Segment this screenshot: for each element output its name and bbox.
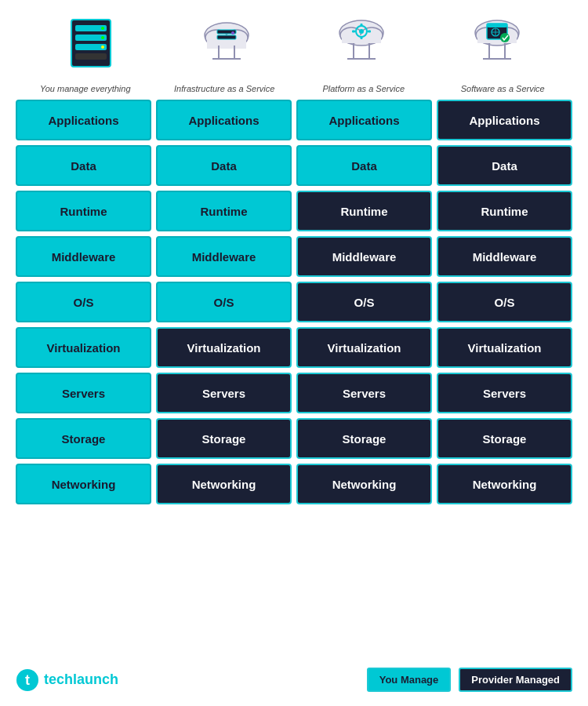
cell-r0-c0: Applications xyxy=(16,100,151,140)
cell-r8-c3: Networking xyxy=(437,464,572,504)
footer-logo: t techlaunch xyxy=(16,668,359,692)
grid-row: DataDataDataData xyxy=(16,145,572,186)
paas-icon xyxy=(330,16,393,71)
paas-icon-item xyxy=(302,16,421,71)
grid-row: MiddlewareMiddlewareMiddlewareMiddleware xyxy=(16,236,572,277)
cell-r1-c2: Data xyxy=(296,145,432,186)
icons-row xyxy=(8,8,580,78)
cell-r3-c3: Middleware xyxy=(437,236,572,277)
cell-r4-c2: O/S xyxy=(296,282,432,322)
svg-point-5 xyxy=(101,27,104,30)
saas-icon xyxy=(466,16,528,71)
cell-r4-c0: O/S xyxy=(16,282,151,322)
cell-r7-c3: Storage xyxy=(437,418,572,459)
grid-table: ApplicationsApplicationsApplicationsAppl… xyxy=(8,100,580,661)
svg-rect-24 xyxy=(361,24,363,27)
cell-r1-c0: Data xyxy=(16,145,151,186)
svg-text:t: t xyxy=(25,672,30,688)
grid-row: O/SO/SO/SO/S xyxy=(16,282,572,322)
cell-r5-c3: Virtualization xyxy=(437,327,572,368)
cell-r5-c1: Virtualization xyxy=(156,327,292,368)
svg-point-40 xyxy=(500,33,510,42)
cell-r8-c1: Networking xyxy=(156,464,292,504)
footer: t techlaunch You Manage Provider Managed xyxy=(8,661,580,698)
svg-rect-25 xyxy=(361,36,363,39)
cell-r5-c2: Virtualization xyxy=(296,327,432,368)
section-label-row: You manage everything Infrastructure as … xyxy=(8,82,580,100)
saas-icon-item xyxy=(437,16,557,71)
col-sublabel-0: You manage everything xyxy=(24,84,147,93)
cell-r7-c1: Storage xyxy=(156,418,292,459)
cell-r8-c2: Networking xyxy=(296,464,432,504)
cell-r2-c1: Runtime xyxy=(156,191,292,231)
legend-you-manage: You Manage xyxy=(367,668,452,692)
cell-r0-c2: Applications xyxy=(296,100,432,140)
cell-r7-c0: Storage xyxy=(16,418,151,459)
svg-rect-13 xyxy=(217,35,236,39)
grid-row: StorageStorageStorageStorage xyxy=(16,418,572,459)
cell-r4-c1: O/S xyxy=(156,282,292,322)
iaas-icon-item xyxy=(167,16,286,71)
logo-text: techlaunch xyxy=(44,671,118,688)
cell-r3-c2: Middleware xyxy=(296,236,432,277)
col-sublabel-2: Platform as a Service xyxy=(303,84,425,93)
cell-r6-c0: Servers xyxy=(16,373,151,413)
cell-r6-c1: Servers xyxy=(156,373,292,413)
svg-point-23 xyxy=(359,29,364,34)
cell-r0-c1: Applications xyxy=(156,100,292,140)
cell-r4-c3: O/S xyxy=(437,282,572,322)
legend-provider-managed: Provider Managed xyxy=(459,668,572,692)
svg-rect-26 xyxy=(352,31,355,33)
grid-row: RuntimeRuntimeRuntimeRuntime xyxy=(16,191,572,231)
page: You manage everything Infrastructure as … xyxy=(0,0,588,706)
iaas-icon xyxy=(195,16,258,71)
cell-r3-c1: Middleware xyxy=(156,236,292,277)
col-sublabel-1: Infrastructure as a Service xyxy=(163,84,285,93)
cell-r7-c2: Storage xyxy=(296,418,432,459)
grid-row: ApplicationsApplicationsApplicationsAppl… xyxy=(16,100,572,140)
cell-r3-c0: Middleware xyxy=(16,236,151,277)
logo-svg: t xyxy=(16,668,39,692)
on-premise-icon-item xyxy=(31,16,151,71)
cell-r1-c3: Data xyxy=(437,145,572,186)
grid-row: ServersServersServersServers xyxy=(16,373,572,413)
cell-r5-c0: Virtualization xyxy=(16,327,151,368)
cell-r2-c0: Runtime xyxy=(16,191,151,231)
cell-r0-c3: Applications xyxy=(437,100,572,140)
col-sublabel-3: Software as a Service xyxy=(441,84,564,93)
grid-row: VirtualizationVirtualizationVirtualizati… xyxy=(16,327,572,368)
grid-row: NetworkingNetworkingNetworkingNetworking xyxy=(16,464,572,504)
cell-r2-c2: Runtime xyxy=(296,191,432,231)
on-premise-icon xyxy=(60,16,122,71)
cell-r6-c3: Servers xyxy=(437,373,572,413)
cell-r6-c2: Servers xyxy=(296,373,432,413)
svg-rect-36 xyxy=(487,24,507,27)
cell-r8-c0: Networking xyxy=(16,464,151,504)
svg-point-7 xyxy=(101,45,104,49)
svg-point-6 xyxy=(101,36,104,39)
svg-rect-27 xyxy=(368,31,371,33)
cell-r1-c1: Data xyxy=(156,145,292,186)
cell-r2-c3: Runtime xyxy=(437,191,572,231)
svg-point-17 xyxy=(231,31,234,35)
svg-rect-4 xyxy=(75,53,107,60)
